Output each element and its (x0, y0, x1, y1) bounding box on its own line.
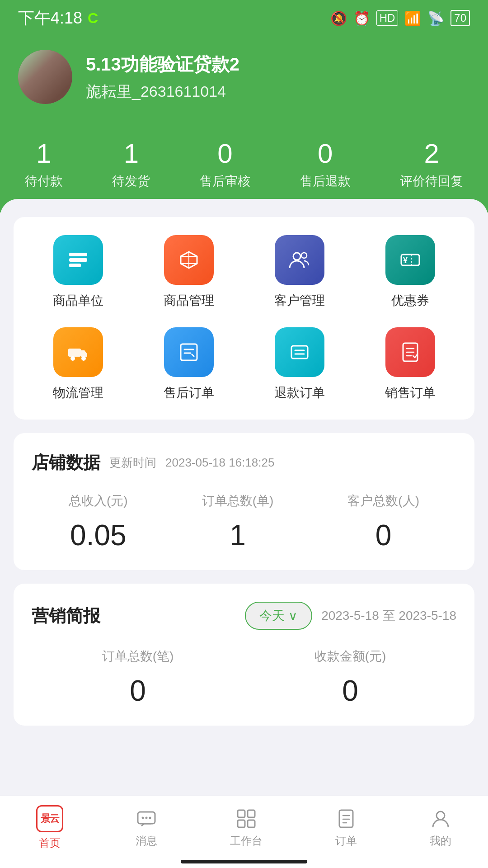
menu-label-product_unit: 商品单位 (53, 292, 103, 309)
menu-label-customer_manage: 客户管理 (274, 292, 325, 309)
svg-rect-10 (181, 344, 197, 360)
marketing-col-label: 订单总数(笔) (102, 648, 174, 665)
battery-indicator: 70 (450, 10, 470, 26)
profile-info: 5.13功能验证贷款2 旎耘里_2631611014 (86, 52, 239, 102)
stat-number-review_reply: 2 (424, 140, 439, 167)
svg-point-15 (145, 816, 148, 819)
menu-icon-refund_order (275, 327, 324, 377)
menu-label-product_manage: 商品管理 (164, 292, 214, 309)
svg-rect-1 (69, 258, 87, 262)
profile-name: 5.13功能验证贷款2 (86, 52, 239, 77)
nav-icon-workbench (235, 807, 258, 830)
marketing-header: 营销简报 今天 ∨ 2023-5-18 至 2023-5-18 (32, 602, 456, 630)
svg-rect-11 (291, 346, 308, 359)
data-col-总收入(元): 总收入(元) 0.05 (69, 492, 128, 552)
menu-icon-product_manage (164, 235, 214, 285)
svg-rect-17 (238, 810, 245, 817)
nav-item-mine[interactable]: 我的 (429, 807, 452, 848)
menu-label-coupon: 优惠券 (391, 292, 429, 309)
menu-item-coupon[interactable]: ¥ 优惠券 (359, 235, 461, 309)
svg-rect-0 (69, 253, 87, 256)
shop-data-title: 店铺数据 (32, 451, 100, 474)
main-content: 商品单位 商品管理 客户管理 ¥ 优惠券 物流管理 售后订单 退款订单 销售订单… (0, 199, 488, 830)
menu-item-sales_order[interactable]: 销售订单 (359, 327, 461, 401)
data-col-value: 0 (375, 519, 392, 552)
stat-after_refund[interactable]: 0 售后退款 (300, 140, 351, 190)
stat-number-after_review: 0 (217, 140, 232, 167)
data-col-label: 订单总数(单) (202, 492, 274, 509)
shop-data-section: 店铺数据 更新时间 2023-05-18 16:18:25 总收入(元) 0.0… (14, 433, 474, 570)
signal-icon: 📶 (404, 10, 421, 26)
stat-label-pending_ship: 待发货 (112, 173, 150, 190)
menu-icon-logistics (53, 327, 103, 377)
nav-label-message: 消息 (136, 834, 157, 848)
svg-point-16 (149, 816, 151, 819)
shop-data-cols: 总收入(元) 0.05 订单总数(单) 1 客户总数(人) 0 (32, 492, 456, 552)
nav-item-message[interactable]: 消息 (135, 807, 158, 848)
nav-label-workbench: 工作台 (230, 834, 263, 848)
menu-item-product_unit[interactable]: 商品单位 (27, 235, 129, 309)
menu-icon-sales_order (385, 327, 435, 377)
nav-icon-message (135, 807, 158, 830)
sync-icon: C (88, 10, 98, 27)
shop-data-header: 店铺数据 更新时间 2023-05-18 16:18:25 (32, 451, 456, 474)
nav-item-workbench[interactable]: 工作台 (230, 807, 263, 848)
nav-icon-mine (429, 807, 452, 830)
bottom-nav: 景云 首页 消息 工作台 订单 我的 (0, 796, 488, 868)
stat-label-after_refund: 售后退款 (300, 173, 351, 190)
svg-text:¥: ¥ (403, 256, 408, 265)
stat-number-pending_payment: 1 (36, 140, 51, 167)
svg-point-4 (301, 253, 307, 258)
quick-menu: 商品单位 商品管理 客户管理 ¥ 优惠券 物流管理 售后订单 退款订单 销售订单 (14, 217, 474, 420)
svg-rect-18 (248, 810, 255, 817)
nav-label-home: 首页 (39, 836, 61, 850)
menu-label-refund_order: 退款订单 (274, 384, 325, 401)
svg-point-3 (293, 253, 300, 260)
alarm-icon: ⏰ (353, 10, 370, 26)
menu-grid: 商品单位 商品管理 客户管理 ¥ 优惠券 物流管理 售后订单 退款订单 销售订单 (27, 235, 461, 401)
stat-label-pending_payment: 待付款 (25, 173, 63, 190)
menu-icon-product_unit (53, 235, 103, 285)
menu-label-after_order: 售后订单 (164, 384, 214, 401)
nav-item-order[interactable]: 订单 (335, 807, 357, 848)
status-icons: 🔕 ⏰ HD 📶 📡 70 (330, 10, 470, 26)
menu-item-customer_manage[interactable]: 客户管理 (249, 235, 350, 309)
svg-rect-20 (248, 820, 255, 827)
menu-label-sales_order: 销售订单 (385, 384, 436, 401)
menu-icon-after_order (164, 327, 214, 377)
menu-label-logistics: 物流管理 (53, 384, 103, 401)
marketing-col-收款金额(元): 收款金额(元) 0 (314, 648, 386, 708)
menu-item-logistics[interactable]: 物流管理 (27, 327, 129, 401)
avatar (18, 50, 72, 104)
stat-after_review[interactable]: 0 售后审核 (200, 140, 250, 190)
data-col-value: 1 (230, 519, 246, 552)
menu-icon-customer_manage (275, 235, 324, 285)
data-col-value: 0.05 (70, 519, 127, 552)
marketing-cols: 订单总数(笔) 0 收款金额(元) 0 (32, 648, 456, 708)
profile-header: 5.13功能验证贷款2 旎耘里_2631611014 (0, 36, 488, 131)
menu-item-product_manage[interactable]: 商品管理 (138, 235, 239, 309)
update-time-value: 2023-05-18 16:18:25 (165, 456, 274, 470)
stat-number-pending_ship: 1 (124, 140, 139, 167)
svg-point-14 (142, 816, 144, 819)
profile-id: 旎耘里_2631611014 (86, 81, 239, 102)
stat-review_reply[interactable]: 2 评价待回复 (400, 140, 463, 190)
nav-icon-order (335, 807, 357, 830)
svg-rect-19 (238, 820, 245, 827)
stat-pending_payment[interactable]: 1 待付款 (25, 140, 63, 190)
menu-item-after_order[interactable]: 售后订单 (138, 327, 239, 401)
stat-label-review_reply: 评价待回复 (400, 173, 463, 190)
marketing-col-label: 收款金额(元) (314, 648, 386, 665)
stat-label-after_review: 售后审核 (200, 173, 250, 190)
marketing-title: 营销简报 (32, 604, 100, 627)
data-col-客户总数(人): 客户总数(人) 0 (347, 492, 419, 552)
update-time-label: 更新时间 (109, 455, 156, 471)
stat-pending_ship[interactable]: 1 待发货 (112, 140, 150, 190)
hd-icon: HD (376, 10, 399, 26)
wifi-icon: 📡 (427, 10, 444, 26)
menu-item-refund_order[interactable]: 退款订单 (249, 327, 350, 401)
today-button[interactable]: 今天 ∨ (245, 602, 312, 630)
status-time: 下午4:18 (18, 7, 82, 29)
nav-item-home[interactable]: 景云 首页 (36, 805, 63, 850)
mute-icon: 🔕 (330, 10, 347, 26)
